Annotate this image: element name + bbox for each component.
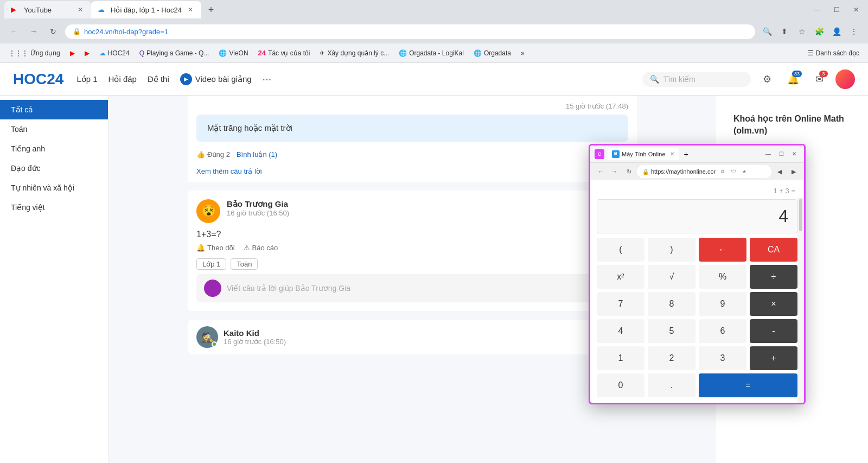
follow-button[interactable]: 🔔 Theo dõi [196,244,235,252]
calc-nav-prev[interactable]: ◀ [774,166,786,177]
minimize-button[interactable]: — [809,2,825,17]
reading-list-button[interactable]: ☰ Danh sách đọc [803,47,864,59]
kaito-name: Kaito Kid [224,328,286,338]
calc-minimize[interactable]: — [763,149,774,160]
calc-scroll-thumb[interactable] [799,199,802,231]
tab-hoc24-label: Hỏi đáp, lớp 1 - Hoc24 [111,6,182,14]
back-button[interactable]: ← [7,24,22,39]
report-button[interactable]: ⚠ Báo cáo [244,244,278,252]
bookmark-hoc24[interactable]: ☁ HOC24 [95,47,134,59]
close-button[interactable]: ✕ [848,2,864,17]
maximize-button[interactable]: ☐ [829,2,844,17]
tab-hoc24-close[interactable]: ✕ [186,5,195,14]
calc-btn-[interactable]: ) [648,238,695,262]
calc-nav-next[interactable]: ▶ [788,166,800,177]
new-tab-button[interactable]: + [203,2,219,17]
refresh-button[interactable]: ↻ [46,24,61,39]
bookmark-orgadata[interactable]: 🌐 Orgadata [469,47,515,59]
bell-icon-2: 🔔 [196,244,205,252]
nav-video[interactable]: ▶ Video bài giảng [180,73,252,85]
sidebar-item-tatca[interactable]: Tất cả [0,100,108,119]
sidebar-item-daoDuc[interactable]: Đạo đức [0,158,108,178]
calc-tab[interactable]: 🖩 Máy Tính Online ✕ [608,148,679,160]
apps-button[interactable]: ⋮⋮⋮ Ứng dụng [4,47,65,59]
calc-btn-[interactable]: + [750,346,797,370]
calc-btn-3[interactable]: 3 [699,346,746,370]
forward-button[interactable]: → [26,24,41,39]
nav-dethi[interactable]: Đề thi [148,74,169,84]
more-answers-link[interactable]: Xem thêm câu trả lời [188,165,637,182]
extension-btn[interactable]: 🧩 [812,24,827,39]
calc-btn-1[interactable]: 1 [597,346,644,370]
calc-scrollbar[interactable] [797,198,804,403]
calc-btn-[interactable]: ÷ [750,265,797,289]
calc-btn-[interactable]: ← [699,238,746,262]
notification-button[interactable]: 🔔 83 [783,69,803,89]
calc-new-tab[interactable]: + [684,150,688,158]
tag-lop1[interactable]: Lớp 1 [196,258,226,270]
share-btn[interactable]: ⬆ [777,24,792,39]
bookmark-orgadata-logikal[interactable]: 🌐 Orgadata - LogiKal [394,47,468,59]
calc-btn-[interactable]: ( [597,238,644,262]
tab-youtube-close[interactable]: ✕ [76,5,85,14]
search-action-btn[interactable]: 🔍 [760,24,775,39]
user-avatar[interactable] [835,69,855,89]
question-user-avatar: 😵 [196,199,220,223]
profile-btn[interactable]: 👤 [829,24,844,39]
calc-copy-icon[interactable]: ⧉ [718,167,727,176]
calc-tab-close[interactable]: ✕ [670,151,674,157]
calc-btn-[interactable]: × [750,292,797,316]
nav-lop1[interactable]: Lớp 1 [76,74,97,84]
calc-btn-0[interactable]: 0 [597,373,644,397]
search-box[interactable]: 🔍 Tìm kiếm [642,72,751,87]
reply-box[interactable]: Viết câu trả lời giúp Bảo Trương Gia [196,274,628,302]
calc-maximize[interactable]: ☐ [776,149,787,160]
calc-side-arrow[interactable]: » [589,263,590,285]
calc-btn-7[interactable]: 7 [597,292,644,316]
tab-youtube[interactable]: ▶ YouTube ✕ [4,1,91,18]
calc-secure-icon[interactable]: 🛡 [729,167,738,176]
tab-hoc24[interactable]: ☁ Hỏi đáp, lớp 1 - Hoc24 ✕ [91,1,201,18]
message-button[interactable]: ✉ 3 [809,69,829,89]
bookmark-24[interactable]: 24 Tác vụ của tôi [254,47,315,59]
sidebar-item-tuNhien[interactable]: Tự nhiên và xã hội [0,178,108,198]
sidebar-item-tiengAnh[interactable]: Tiếng anh [0,139,108,158]
calc-refresh[interactable]: ↻ [623,166,635,177]
calc-btn-[interactable]: . [648,373,695,397]
site-logo[interactable]: HOC24 [13,71,63,88]
bookmark-youtube2[interactable]: ▶ [80,47,94,59]
nav-more[interactable]: ··· [263,73,272,85]
calc-btn-4[interactable]: 4 [597,319,644,343]
comment-link[interactable]: Bình luận (1) [237,150,277,158]
tag-toan[interactable]: Toán [231,258,258,270]
calc-url-bar[interactable]: 🔒 https://maytinhonline.cor ⧉ 🛡 ★ [637,165,771,178]
calc-btn-2[interactable]: 2 [648,346,695,370]
calc-btn-[interactable]: % [699,265,746,289]
calc-close[interactable]: ✕ [789,149,800,160]
calc-back[interactable]: ← [595,166,607,177]
calc-btn-[interactable]: √ [648,265,695,289]
calc-btn-[interactable]: = [699,373,797,397]
calc-btn-9[interactable]: 9 [699,292,746,316]
calc-btn-5[interactable]: 5 [648,319,695,343]
nav-hoidap[interactable]: Hỏi đáp [108,74,137,84]
settings-button[interactable]: ⚙ [757,69,777,89]
menu-btn[interactable]: ⋮ [846,24,861,39]
calc-btn-x[interactable]: x² [597,265,644,289]
calc-btn-[interactable]: - [750,319,797,343]
bookmark-youtube1[interactable]: ▶ [66,47,79,59]
address-input[interactable]: 🔒 hoc24.vn/hoi-dap?grade=1 [65,24,755,39]
calc-btn-6[interactable]: 6 [699,319,746,343]
bookmark-vieon[interactable]: 🌐 VieON [214,47,252,59]
bookmark-playing[interactable]: Q Playing a Game - Q... [135,47,214,59]
calc-forward[interactable]: → [609,166,621,177]
bookmark-xaydung[interactable]: ✈ Xây dựng quản lý c... [315,47,393,59]
bookmark-btn[interactable]: ☆ [794,24,809,39]
calc-star-icon[interactable]: ★ [739,167,749,176]
like-button[interactable]: 👍 Đúng 2 [196,150,230,158]
sidebar-item-toan[interactable]: Toán [0,119,108,139]
calc-btn-CA[interactable]: CA [750,238,797,262]
bookmark-more[interactable]: » [516,47,529,59]
calc-btn-8[interactable]: 8 [648,292,695,316]
sidebar-item-tiengViet[interactable]: Tiếng việt [0,198,108,217]
